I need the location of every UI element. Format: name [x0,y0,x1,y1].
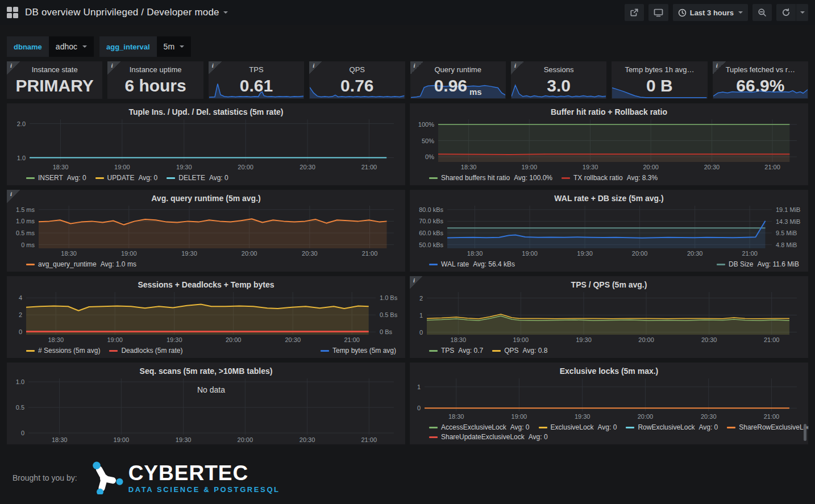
x-axis-label: 21:00 [764,413,780,420]
legend-series-avg: Avg: 0 [67,173,86,183]
chart-title[interactable]: Tuple Ins. / Upd. / Del. statistics (5m … [11,103,401,119]
legend-series-label: Temp bytes (5m avg) [332,346,396,356]
footer: Brought to you by: CYBERTEC DATA SCIENCE… [0,461,815,494]
refresh-interval-dropdown[interactable] [796,4,808,21]
dashboard-grid-icon[interactable] [7,7,18,18]
plot-area[interactable] [30,119,394,162]
tv-mode-button[interactable] [648,4,668,21]
y-axis-label: 2.0 [17,120,26,127]
legend-item[interactable]: WAL rateAvg: 56.4 kBs [429,260,515,269]
y-axis-right-label: 14.3 MiB [776,218,800,225]
info-icon[interactable]: i [7,190,20,203]
filter-agg-interval-dropdown[interactable]: 5m [157,36,191,57]
stat-tps: i TPS 0.61 [209,61,304,99]
title-caret-icon[interactable] [223,11,228,14]
chart-title[interactable]: Avg. query runtime (5m avg.) [11,190,401,206]
stat-value: PRIMARY [16,77,94,94]
info-icon[interactable]: i [309,61,322,74]
stat-unit: ms [469,88,482,98]
time-range-picker[interactable]: Last 3 hours [673,4,748,21]
legend-item[interactable]: Deadlocks (5m rate) [109,346,182,356]
legend-item[interactable]: avg_query_runtimeAvg: 1.0 ms [26,260,136,269]
zoom-out-button[interactable] [752,4,772,21]
stat-value: 3.0 [547,77,571,94]
plot-area[interactable] [39,206,394,248]
time-caret-icon [738,11,743,14]
x-axis-label: 21:00 [742,250,758,257]
brand-tagline: DATA SCIENCE & POSTGRESQL [128,485,280,494]
chart-legend: WAL rateAvg: 56.4 kBsDB SizeAvg: 11.6 Mi… [414,258,804,272]
legend-item[interactable]: DB SizeAvg: 11.6 MiB [717,260,799,269]
info-icon[interactable]: i [107,61,120,74]
legend-item[interactable]: ShareRowExclusiveLockAvg: 0 [727,423,808,432]
legend-item[interactable]: # Sessions (5m avg) [26,346,100,356]
plot-area[interactable] [447,206,772,248]
info-icon[interactable]: i [410,276,423,289]
plot-area[interactable] [26,292,376,335]
legend-item[interactable]: Temp bytes (5m avg) [321,346,396,356]
legend-series-label: # Sessions (5m avg) [38,346,100,356]
legend-series-color [26,177,35,179]
legend-series-color [429,436,438,438]
legend-series-label: AccessExclusiveLock [441,423,506,432]
y-axis-label: 0.5 ms [16,230,35,236]
x-axis-label: 20:00 [238,164,253,170]
x-axis-label: 20:30 [302,250,318,257]
y-axis-label: 50.0 kBs [419,241,443,248]
chart-title[interactable]: Exclusive locks (5m max.) [414,363,804,378]
plot-area[interactable]: No data [28,378,394,435]
info-icon[interactable]: i [7,61,20,74]
refresh-button[interactable] [776,4,796,21]
x-axis-label: 20:00 [638,413,654,420]
x-axis-label: 19:00 [513,336,529,343]
legend-item[interactable]: ShareUpdateExclusiveLockAvg: 0 [429,432,548,442]
filter-dbname-dropdown[interactable]: adhoc [49,36,94,57]
stat-title: Temp bytes 1h avg… [612,61,707,74]
legend-series-color [717,264,725,265]
plot-area[interactable] [427,292,797,335]
chart-title[interactable]: WAL rate + DB size (5m avg.) [414,190,804,206]
legend-item[interactable]: INSERTAvg: 0 [26,173,86,183]
legend-item[interactable]: ExclusiveLockAvg: 0 [539,423,617,432]
stat-temp-bytes: Temp bytes 1h avg… 0 B [612,61,707,99]
info-icon[interactable]: i [713,61,726,74]
legend-item[interactable]: QPSAvg: 0.8 [492,346,547,356]
info-icon[interactable]: i [410,61,423,74]
x-axis-label: 19:30 [575,413,591,420]
legend-series-label: RowExclusiveLock [638,423,695,432]
filter-agg-interval-label: agg_interval [99,36,157,57]
legend-item[interactable]: UPDATEAvg: 0 [95,173,158,183]
chart-title[interactable]: Buffer hit ratio + Rollback ratio [414,103,804,119]
legend-series-avg: Avg: 56.4 kBs [473,260,515,269]
legend-scrollbar[interactable] [804,424,806,441]
info-icon[interactable]: i [511,61,524,74]
x-axis-label: 19:00 [512,413,527,420]
chart-legend: INSERTAvg: 0UPDATEAvg: 0DELETEAvg: 0 [11,172,401,185]
y-axis-right-label: 9.5 MiB [776,230,797,236]
legend-item[interactable]: Shared buffers hit ratioAvg: 100.0% [429,173,552,183]
stat-value: 0 B [646,77,673,94]
x-axis-label: 20:30 [704,164,720,170]
legend-item[interactable]: DELETEAvg: 0 [167,173,228,183]
legend-series-label: ShareRowExclusiveLock [739,423,808,432]
legend-item[interactable]: AccessExclusiveLockAvg: 0 [429,423,530,432]
legend-series-avg: Avg: 0.8 [523,346,548,356]
y-axis-label: 0 [419,329,423,336]
dashboard-title[interactable]: DB overview Unprivileged / Developer mod… [25,7,219,18]
legend-series-label: avg_query_runtime [38,260,97,269]
legend-series-color [429,177,438,179]
brought-to-you-by-label: Brought to you by: [13,473,77,482]
x-axis-label: 18:30 [48,336,64,343]
x-axis-label: 18:30 [451,336,467,343]
chart-title[interactable]: TPS / QPS (5m avg.) [414,276,804,292]
legend-item[interactable]: RowExclusiveLockAvg: 0 [626,423,718,432]
legend-item[interactable]: TX rollback ratioAvg: 8.3% [562,173,658,183]
plot-area[interactable] [438,119,797,162]
info-icon[interactable]: i [209,61,222,74]
plot-area[interactable] [425,378,797,411]
stat-query-runtime: i Query runtime 0.96ms [410,61,506,99]
chart-title[interactable]: Seq. scans (5m rate, >10MB tables) [11,363,401,378]
chart-title[interactable]: Sessions + Deadlocks + Temp bytes [11,276,401,292]
share-button[interactable] [625,4,644,21]
legend-item[interactable]: TPSAvg: 0.7 [429,346,483,356]
